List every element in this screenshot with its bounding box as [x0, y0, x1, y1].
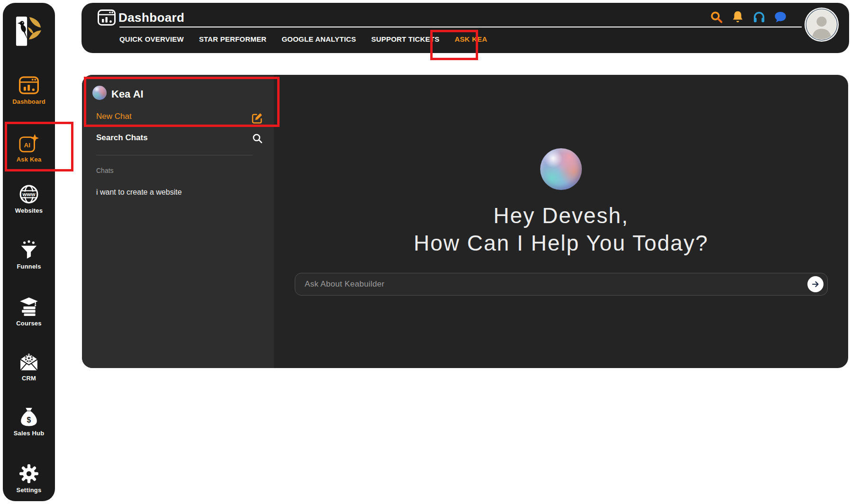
- notifications-bell-icon[interactable]: [731, 10, 744, 24]
- graduation-books-icon: [18, 297, 39, 317]
- header-action-icons: [710, 10, 787, 24]
- user-avatar[interactable]: [804, 7, 839, 42]
- envelope-gear-icon: [18, 351, 39, 372]
- search-icon[interactable]: [252, 133, 263, 144]
- tab-google-analytics[interactable]: GOOGLE ANALYTICS: [281, 34, 356, 44]
- ask-kea-main-panel: Kea AI New Chat Search Chats Chats i wan…: [82, 75, 848, 368]
- sidebar-item-ask-kea[interactable]: AI Ask Kea: [3, 133, 55, 163]
- sidebar-item-sales-hub[interactable]: $ Sales Hub: [3, 406, 55, 437]
- sidebar-item-dashboard[interactable]: Dashboard: [3, 75, 55, 105]
- funnel-icon: [18, 240, 39, 261]
- sidebar-item-settings[interactable]: Settings: [3, 463, 55, 494]
- money-bag-icon: $: [18, 406, 39, 427]
- keabuilder-logo: [15, 16, 43, 47]
- sidebar-item-courses[interactable]: Courses: [3, 297, 55, 327]
- leaf-glyphs: [28, 17, 41, 39]
- title-underline: [119, 27, 802, 27]
- ask-input-container: [295, 273, 828, 296]
- svg-text:$: $: [27, 416, 31, 424]
- dashboard-icon: [18, 75, 39, 96]
- sidebar-item-label: Sales Hub: [14, 430, 45, 437]
- ask-keabuilder-input[interactable]: [295, 273, 827, 295]
- greeting-line-2: How Can I Help You Today?: [274, 229, 848, 257]
- divider: [96, 155, 253, 155]
- tab-star-performer[interactable]: STAR PERFORMER: [199, 34, 267, 44]
- page-title: Dashboard: [118, 10, 184, 25]
- sidebar-item-label: Ask Kea: [17, 156, 42, 163]
- new-chat-button[interactable]: New Chat: [96, 112, 132, 121]
- tab-quick-overview[interactable]: QUICK OVERVIEW: [119, 34, 184, 44]
- app-screen: Dashboard AI Ask Kea www Websites Funnel…: [0, 0, 851, 504]
- kea-ai-title: Kea AI: [111, 88, 144, 100]
- sidebar-item-label: Funnels: [17, 263, 41, 270]
- sidebar-item-label: Courses: [16, 320, 41, 327]
- search-icon[interactable]: [710, 10, 723, 24]
- assistant-greeting: Hey Devesh, How Can I Help You Today?: [274, 202, 848, 257]
- top-header-bar: Dashboard QUICK OVERVIEW STAR PERFORMER …: [81, 3, 849, 53]
- kea-ai-conversation-area: Hey Devesh, How Can I Help You Today?: [274, 75, 848, 368]
- gear-icon: [18, 463, 39, 484]
- search-chats-button[interactable]: Search Chats: [96, 133, 148, 143]
- sidebar-item-funnels[interactable]: Funnels: [3, 240, 55, 270]
- kea-ai-orb-icon: [92, 86, 107, 100]
- chat-history-item[interactable]: i want to create a website: [96, 188, 182, 197]
- sidebar-item-label: Websites: [15, 207, 43, 214]
- sidebar: Dashboard AI Ask Kea www Websites Funnel…: [3, 3, 55, 501]
- support-headphones-icon[interactable]: [752, 10, 766, 24]
- tab-support-tickets[interactable]: SUPPORT TICKETS: [371, 34, 440, 44]
- svg-text:AI: AI: [24, 142, 30, 149]
- greeting-line-1: Hey Devesh,: [274, 202, 848, 229]
- kea-ai-orb-large: [540, 148, 582, 190]
- arrow-right-icon: [810, 279, 821, 289]
- sidebar-item-label: Settings: [17, 486, 42, 494]
- send-button[interactable]: [807, 276, 824, 292]
- new-chat-edit-icon[interactable]: [251, 112, 263, 124]
- globe-www-icon: www: [18, 184, 39, 205]
- tab-ask-kea[interactable]: ASK KEA: [454, 34, 487, 44]
- chat-bubble-icon[interactable]: [774, 10, 787, 24]
- chats-section-label: Chats: [96, 167, 114, 174]
- sidebar-item-label: CRM: [22, 375, 36, 382]
- sidebar-item-crm[interactable]: CRM: [3, 351, 55, 382]
- kea-ai-chat-sidebar: Kea AI New Chat Search Chats Chats i wan…: [82, 75, 274, 368]
- sidebar-item-label: Dashboard: [12, 98, 45, 105]
- svg-text:www: www: [22, 191, 36, 197]
- ask-kea-ai-icon: AI: [18, 133, 39, 153]
- dashboard-icon: [98, 9, 116, 26]
- dashboard-tabs: QUICK OVERVIEW STAR PERFORMER GOOGLE ANA…: [119, 34, 487, 44]
- sidebar-item-websites[interactable]: www Websites: [3, 184, 55, 214]
